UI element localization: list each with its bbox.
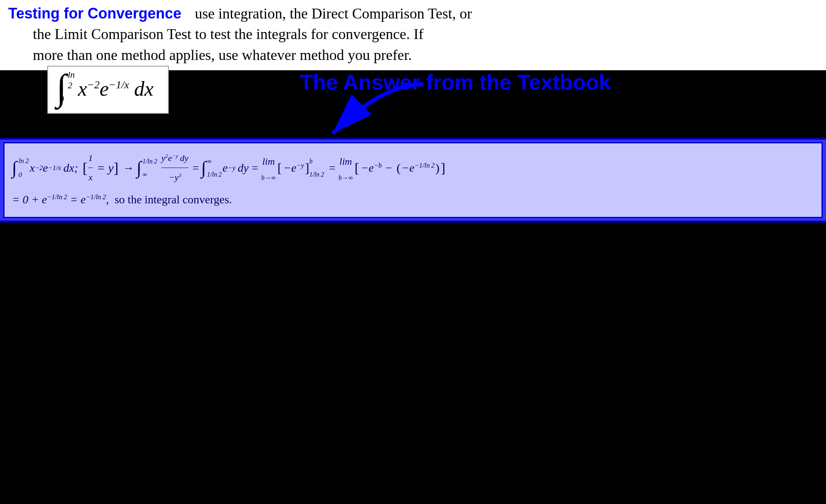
answer-label: The Answer from the Textbook xyxy=(300,70,611,94)
answer-box: ∫ ln 2 0 x−2e−1/x dx; [ 1 x = y ] xyxy=(0,138,826,223)
header-line3: more than one method applies, use whatev… xyxy=(33,45,818,65)
answer-line2: = 0 + e−1/ln 2 = e−1/ln 2, so the integr… xyxy=(12,188,814,211)
page-title: Testing for Convergence xyxy=(8,3,181,24)
header-line2: the Limit Comparison Test to test the in… xyxy=(33,24,818,44)
page-container: Testing for Convergence use integration,… xyxy=(0,0,826,504)
header-line1-text: use integration, the Direct Comparison T… xyxy=(187,3,472,24)
answer-line1: ∫ ln 2 0 x−2e−1/x dx; [ 1 x = y ] xyxy=(12,149,814,186)
integral-box: ∫ ln 2 0 x−2e−1/x dx xyxy=(47,66,169,114)
header-section: Testing for Convergence use integration,… xyxy=(0,0,826,70)
